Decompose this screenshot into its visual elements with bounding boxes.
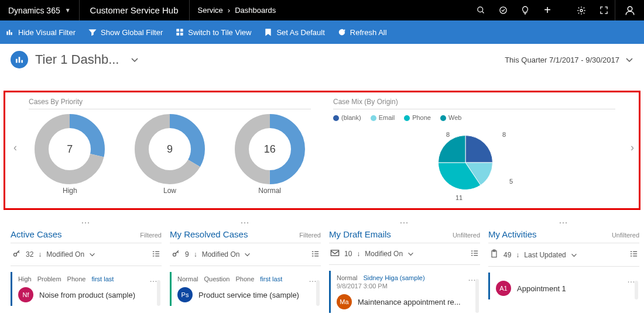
card-title: Appointment 1: [517, 284, 566, 293]
stream-card[interactable]: NormalSidney Higa (sample)9/8/2017 3:00 …: [329, 271, 480, 313]
stream-filter-state: Filtered: [299, 232, 321, 239]
chevron-down-icon[interactable]: [244, 252, 251, 257]
avatar: A1: [496, 281, 511, 296]
sort-field[interactable]: Modified On: [202, 250, 240, 258]
stream-view-icon[interactable]: [151, 250, 160, 259]
scrollbar[interactable]: [635, 281, 638, 299]
svg-rect-10: [177, 33, 179, 35]
scrollbar[interactable]: [157, 280, 160, 306]
card-title: Maintenance appointment re...: [358, 298, 461, 306]
chart-title: Cases By Priority: [29, 98, 311, 109]
refresh-all-button[interactable]: Refresh All: [338, 28, 387, 37]
lightbulb-icon[interactable]: [514, 6, 536, 15]
stream-card[interactable]: HighProblemPhonefirst last … Nf Noise fr…: [11, 272, 162, 306]
scrollbar[interactable]: [475, 279, 479, 313]
stream-menu[interactable]: …: [170, 215, 321, 229]
chevron-right-icon: ›: [228, 6, 230, 15]
svg-rect-7: [11, 33, 12, 35]
command-bar: Hide Visual Filter Show Global Filter Sw…: [0, 20, 644, 44]
svg-rect-11: [180, 33, 183, 35]
sort-field[interactable]: Last Updated: [524, 251, 566, 259]
sort-direction-icon[interactable]: ↓: [194, 250, 197, 258]
stream-my resolved cases: … My Resolved Cases Filtered 9 ↓ Modifie…: [170, 215, 321, 313]
breadcrumb-dashboards[interactable]: Dashboards: [235, 6, 276, 15]
user-icon[interactable]: [615, 0, 644, 20]
streams-row: … Active Cases Filtered 32 ↓ Modified On…: [11, 215, 641, 313]
stream-active cases: … Active Cases Filtered 32 ↓ Modified On…: [11, 215, 162, 313]
svg-point-2: [499, 7, 506, 13]
stream-title[interactable]: My Draft Emails: [329, 229, 391, 239]
donut-high[interactable]: 7 High: [35, 114, 105, 195]
breadcrumb-service[interactable]: Service: [198, 6, 223, 15]
visual-filter-row: Cases By Priority 7 High 9 Low 16 Normal…: [20, 93, 624, 208]
stream-title[interactable]: My Activities: [488, 229, 537, 239]
svg-point-4: [628, 6, 632, 11]
add-icon[interactable]: +: [536, 4, 559, 17]
set-default-button[interactable]: Set As Default: [264, 28, 324, 37]
sort-direction-icon[interactable]: ↓: [38, 250, 42, 258]
stream-my draft emails: … My Draft Emails Unfiltered 10 ↓ Modifi…: [329, 215, 480, 313]
stream-type-icon: [171, 249, 180, 260]
svg-rect-13: [19, 57, 20, 63]
brand-menu[interactable]: Dynamics 365 ▼: [0, 0, 80, 20]
chart-title: Case Mix (By Origin): [333, 98, 615, 109]
stream-view-icon[interactable]: [470, 250, 479, 258]
sort-field[interactable]: Modified On: [46, 250, 84, 258]
scrollbar[interactable]: [316, 280, 320, 306]
breadcrumb: Service › Dashboards: [190, 0, 285, 20]
top-nav: Dynamics 365 ▼ Customer Service Hub Serv…: [0, 0, 644, 20]
svg-rect-8: [177, 29, 179, 32]
stream-menu[interactable]: …: [11, 215, 162, 229]
avatar: Nf: [18, 287, 33, 302]
stream-toolbar: 49 ↓ Last Updated: [488, 243, 639, 267]
stream-menu[interactable]: …: [329, 215, 480, 229]
stream-toolbar: 9 ↓ Modified On: [170, 243, 321, 266]
sort-field[interactable]: Modified On: [365, 250, 403, 258]
chevron-down-icon: ▼: [65, 7, 71, 13]
stream-card[interactable]: … A1 Appointment 1: [488, 273, 639, 299]
stream-view-icon[interactable]: [310, 250, 320, 259]
pie-chart[interactable]: 85118: [427, 125, 521, 201]
carousel-next[interactable]: ›: [625, 140, 639, 154]
stream-menu[interactable]: …: [488, 215, 639, 229]
avatar: Ps: [177, 287, 193, 302]
stream-view-icon[interactable]: [629, 250, 638, 259]
gear-icon[interactable]: [570, 6, 592, 15]
stream-title[interactable]: My Resolved Cases: [170, 229, 248, 239]
svg-point-21: [13, 253, 16, 256]
donut-normal[interactable]: 16 Normal: [235, 114, 305, 195]
task-icon[interactable]: [492, 6, 514, 15]
hide-visual-filter-button[interactable]: Hide Visual Filter: [6, 28, 76, 37]
dashboard-picker[interactable]: [131, 56, 139, 64]
pie-legend: (blank) Email Phone Web: [333, 114, 615, 121]
svg-rect-35: [331, 250, 338, 256]
brand-label: Dynamics 365: [8, 6, 60, 15]
case-mix-card: Case Mix (By Origin) (blank) Email Phone…: [325, 93, 624, 208]
fullscreen-icon[interactable]: [592, 6, 615, 15]
stream-title[interactable]: Active Cases: [11, 229, 62, 239]
sort-direction-icon[interactable]: ↓: [357, 250, 360, 258]
svg-rect-9: [180, 29, 183, 32]
card-title: Product service time (sample): [198, 291, 299, 299]
chevron-down-icon[interactable]: [89, 252, 95, 257]
stream-count: 32: [26, 250, 33, 258]
stream-toolbar: 32 ↓ Modified On: [11, 243, 162, 266]
svg-rect-14: [21, 60, 23, 63]
stream-type-icon: [489, 249, 499, 260]
chevron-down-icon[interactable]: [571, 253, 577, 257]
stream-count: 9: [185, 250, 189, 258]
chevron-down-icon[interactable]: [407, 251, 414, 256]
date-range-picker[interactable]: This Quarter 7/1/2017 - 9/30/2017: [505, 56, 633, 64]
svg-line-1: [482, 11, 484, 13]
svg-point-0: [477, 7, 482, 12]
stream-filter-state: Unfiltered: [612, 232, 639, 239]
switch-tile-view-button[interactable]: Switch to Tile View: [176, 28, 251, 37]
stream-card[interactable]: NormalQuestionPhonefirst last … Ps Produ…: [170, 272, 321, 306]
hub-name[interactable]: Customer Service Hub: [80, 0, 190, 20]
search-icon[interactable]: [470, 6, 492, 15]
stream-count: 10: [344, 250, 352, 258]
svg-point-28: [173, 253, 176, 256]
sort-direction-icon[interactable]: ↓: [516, 251, 519, 259]
donut-low[interactable]: 9 Low: [135, 114, 205, 195]
show-global-filter-button[interactable]: Show Global Filter: [88, 28, 163, 37]
